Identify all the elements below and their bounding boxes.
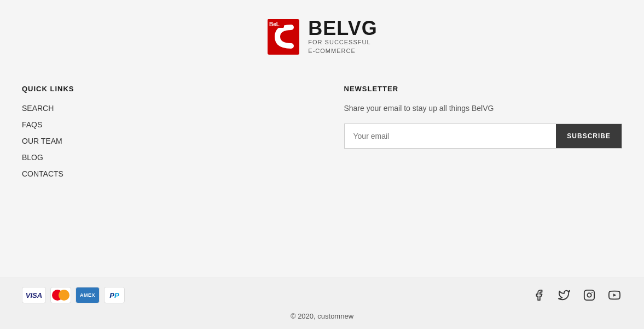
email-input[interactable] xyxy=(345,124,556,148)
newsletter-description: Share your email to stay up all things B… xyxy=(344,104,623,113)
quick-links-title: QUICK LINKS xyxy=(22,85,300,93)
quick-link-contacts[interactable]: CONTACTS xyxy=(22,169,63,178)
newsletter-form: SUBSCRIBE xyxy=(344,124,623,149)
twitter-icon[interactable] xyxy=(556,287,572,303)
quick-link-search[interactable]: SEARCH xyxy=(22,104,54,113)
footer-quick-links: QUICK LINKS SEARCH FAQS OUR TEAM BLOG CO… xyxy=(22,85,322,178)
list-item: BLOG xyxy=(22,153,300,162)
youtube-icon[interactable] xyxy=(607,287,622,303)
copyright: © 2020, customnew xyxy=(22,310,622,320)
paypal-icon: PP xyxy=(104,287,125,303)
svg-marker-5 xyxy=(613,293,616,297)
logo-tagline-line2: E-COMMERCE xyxy=(308,47,377,55)
facebook-icon[interactable] xyxy=(531,287,547,303)
logo-tagline-line1: FOR SUCCESSFUL xyxy=(308,38,377,46)
logo-container: BeL BELVG FOR SUCCESSFUL E-COMMERCE xyxy=(266,16,377,57)
social-icons xyxy=(531,287,622,303)
footer-newsletter: NEWSLETTER Share your email to stay up a… xyxy=(322,85,623,178)
svg-rect-3 xyxy=(584,290,594,300)
logo-brand: BELVG xyxy=(308,19,377,38)
amex-icon: AMEX xyxy=(76,287,100,303)
logo-icon: BeL xyxy=(266,16,304,57)
quick-link-blog[interactable]: BLOG xyxy=(22,153,43,162)
quick-link-our-team[interactable]: OUR TEAM xyxy=(22,137,62,145)
visa-card-icon: VISA xyxy=(22,287,46,303)
footer-bottom: VISA AMEX PP xyxy=(0,278,644,329)
list-item: CONTACTS xyxy=(22,169,300,178)
logo-text-block: BELVG FOR SUCCESSFUL E-COMMERCE xyxy=(308,19,377,55)
instagram-icon[interactable] xyxy=(582,287,597,303)
list-item: FAQS xyxy=(22,120,300,129)
page-wrapper: BeL BELVG FOR SUCCESSFUL E-COMMERCE QUIC… xyxy=(0,0,644,329)
subscribe-button[interactable]: SUBSCRIBE xyxy=(556,124,622,148)
newsletter-title: NEWSLETTER xyxy=(344,85,623,93)
logo-section: BeL BELVG FOR SUCCESSFUL E-COMMERCE xyxy=(0,0,644,74)
mastercard-icon xyxy=(50,287,71,303)
list-item: OUR TEAM xyxy=(22,137,300,145)
footer-spacer xyxy=(0,200,644,278)
quick-links-list: SEARCH FAQS OUR TEAM BLOG CONTACTS xyxy=(22,104,300,178)
footer-bottom-row: VISA AMEX PP xyxy=(22,287,622,303)
payment-icons: VISA AMEX PP xyxy=(22,287,125,303)
quick-link-faqs[interactable]: FAQS xyxy=(22,120,42,129)
footer-content: QUICK LINKS SEARCH FAQS OUR TEAM BLOG CO… xyxy=(0,74,644,200)
list-item: SEARCH xyxy=(22,104,300,113)
svg-text:BeL: BeL xyxy=(269,21,280,27)
